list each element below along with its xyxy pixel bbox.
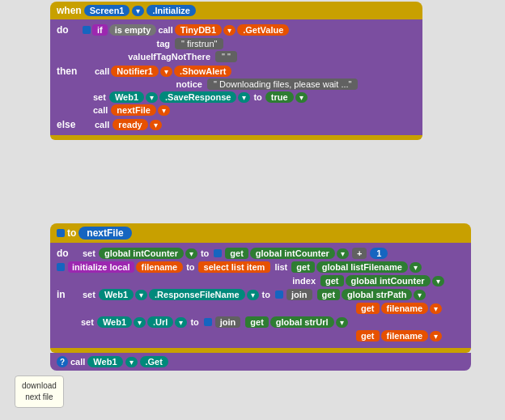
to-nextfile-row: to nextFile bbox=[50, 223, 471, 243]
s2-set-label: set bbox=[83, 248, 95, 258]
s2-conn3 bbox=[57, 263, 65, 271]
dropdown6[interactable]: ▾ bbox=[295, 92, 308, 103]
do-block-bottom bbox=[50, 135, 422, 140]
if-label: if bbox=[92, 24, 108, 36]
s2-global-str-url[interactable]: global strUrl bbox=[270, 316, 334, 328]
s2-call-row: ? call Web1 ▾ .Get bbox=[50, 353, 471, 371]
call-label: call bbox=[158, 25, 172, 35]
s2-list-label: list bbox=[274, 262, 287, 272]
s2-int-counter2-pill[interactable]: global intCounter bbox=[250, 248, 335, 259]
show-alert-pill[interactable]: .ShowAlert bbox=[174, 66, 231, 77]
ready-pill[interactable]: ready bbox=[112, 119, 147, 130]
s2-int-counter-pill[interactable]: global intCounter bbox=[99, 248, 184, 259]
next-file-pill[interactable]: nextFile bbox=[111, 104, 156, 116]
screen1-pill[interactable]: Screen1 bbox=[84, 5, 130, 16]
value-if-tag-label: valueIfTagNotThere bbox=[121, 52, 210, 62]
if-connector bbox=[83, 26, 91, 34]
s2-dropdown5[interactable]: ▾ bbox=[135, 290, 147, 300]
s2-set3: set bbox=[81, 317, 94, 327]
when-label: when bbox=[57, 5, 82, 16]
s2-dropdown1[interactable]: ▾ bbox=[185, 248, 197, 259]
s2-get-label: get bbox=[225, 248, 248, 259]
s2-nextfile-pill[interactable]: nextFile bbox=[79, 227, 131, 240]
s2-url-label[interactable]: .Url bbox=[147, 316, 173, 328]
s2-dropdown3[interactable]: ▾ bbox=[410, 262, 422, 273]
s2-global-list-filename[interactable]: global listFilename bbox=[316, 261, 408, 273]
s2-dropdown8[interactable]: ▾ bbox=[430, 303, 442, 314]
s2-dropdown9[interactable]: ▾ bbox=[134, 317, 146, 328]
s2-web1-pill[interactable]: Web1 bbox=[99, 289, 134, 300]
s2-do-block: do set global intCounter ▾ to get global… bbox=[50, 243, 471, 348]
call2-label: call bbox=[95, 66, 109, 76]
s2-dropdown10[interactable]: ▾ bbox=[175, 317, 187, 328]
s2-get-method-pill[interactable]: .Get bbox=[140, 356, 168, 367]
true-pill[interactable]: true bbox=[265, 91, 294, 103]
s2-to5: to bbox=[190, 317, 198, 327]
dropdown-arrow[interactable]: ▾ bbox=[132, 6, 144, 16]
dropdown5[interactable]: ▾ bbox=[238, 92, 250, 103]
s2-do-label: do bbox=[57, 248, 81, 259]
empty-string-pill[interactable]: " " bbox=[215, 51, 237, 62]
s2-to4: to bbox=[262, 290, 270, 299]
call3-label: call bbox=[93, 105, 108, 115]
else-label: else bbox=[57, 119, 93, 130]
s2-get5: get bbox=[356, 303, 380, 314]
s2-filename2[interactable]: filename bbox=[381, 303, 429, 314]
dropdown3[interactable]: ▾ bbox=[160, 66, 172, 77]
s2-to2: to bbox=[201, 248, 209, 258]
s2-dropdown12[interactable]: ▾ bbox=[430, 331, 442, 342]
s2-web1-3-pill[interactable]: Web1 bbox=[87, 356, 122, 367]
s2-join2-label: join bbox=[215, 316, 241, 328]
section1-container: when Screen1 ▾ .Initialize do if is empt… bbox=[50, 2, 422, 140]
do-block: do if is empty call TinyDB1 ▾ .GetValue … bbox=[50, 19, 422, 135]
s2-dropdown13[interactable]: ▾ bbox=[125, 357, 138, 367]
s2-init-local: initialize local bbox=[68, 261, 134, 273]
s2-get4: get bbox=[317, 289, 341, 300]
s2-response-filename[interactable]: .ResponseFileName bbox=[149, 289, 245, 300]
firstrun-string[interactable]: " firstrun" bbox=[175, 38, 223, 49]
dropdown2[interactable]: ▾ bbox=[223, 25, 236, 36]
is-empty-pill[interactable]: is empty bbox=[109, 24, 157, 36]
s2-one[interactable]: 1 bbox=[370, 248, 388, 259]
tinydb1-pill[interactable]: TinyDB1 bbox=[175, 24, 222, 36]
s2-get7: get bbox=[356, 330, 380, 342]
web1-pill[interactable]: Web1 bbox=[109, 91, 144, 103]
get-value-pill[interactable]: .GetValue bbox=[237, 24, 289, 36]
s2-int-counter3[interactable]: global intCounter bbox=[346, 275, 431, 286]
s2-get6: get bbox=[245, 316, 269, 328]
dropdown7[interactable]: ▾ bbox=[158, 105, 170, 116]
save-response-pill[interactable]: .SaveResponse bbox=[159, 91, 236, 103]
set-label: set bbox=[93, 92, 106, 102]
s2-dropdown6[interactable]: ▾ bbox=[247, 290, 259, 300]
downloading-string[interactable]: " Downloading files, please wait ..." bbox=[207, 78, 358, 90]
s2-to3: to bbox=[186, 262, 194, 272]
s2-join-label: join bbox=[286, 289, 312, 300]
s2-web1-2-pill[interactable]: Web1 bbox=[97, 316, 132, 328]
notifier1-pill[interactable]: Notifier1 bbox=[111, 66, 159, 77]
call4-label: call bbox=[95, 120, 109, 129]
initialize-pill[interactable]: .Initialize bbox=[146, 5, 195, 16]
s2-connector bbox=[57, 229, 65, 237]
s2-conn4 bbox=[275, 291, 283, 299]
s2-filename-pill[interactable]: filename bbox=[136, 261, 184, 273]
s2-dropdown11[interactable]: ▾ bbox=[336, 317, 348, 328]
do-label: do bbox=[57, 24, 81, 36]
s2-get3: get bbox=[320, 275, 344, 286]
dropdown4[interactable]: ▾ bbox=[146, 92, 158, 103]
s2-dropdown2[interactable]: ▾ bbox=[337, 248, 349, 259]
tag-label: tag bbox=[121, 39, 170, 49]
when-row: when Screen1 ▾ .Initialize bbox=[50, 2, 422, 19]
s2-global-str-path[interactable]: global strPath bbox=[342, 289, 412, 300]
s2-get2: get bbox=[291, 261, 315, 273]
dropdown8[interactable]: ▾ bbox=[150, 120, 162, 130]
tooltip-line1: download bbox=[22, 380, 57, 392]
s2-dropdown7[interactable]: ▾ bbox=[414, 290, 426, 300]
section2-container: to nextFile do set global intCounter ▾ t… bbox=[50, 223, 471, 371]
s2-select-list-item[interactable]: select list item bbox=[198, 261, 271, 273]
tooltip-line2: next file bbox=[22, 392, 57, 403]
s2-dropdown4[interactable]: ▾ bbox=[432, 276, 444, 286]
s2-filename3[interactable]: filename bbox=[381, 330, 429, 342]
s2-conn5 bbox=[204, 318, 212, 326]
s2-index-label: index bbox=[283, 276, 316, 286]
tooltip-box: download next file bbox=[15, 375, 64, 408]
